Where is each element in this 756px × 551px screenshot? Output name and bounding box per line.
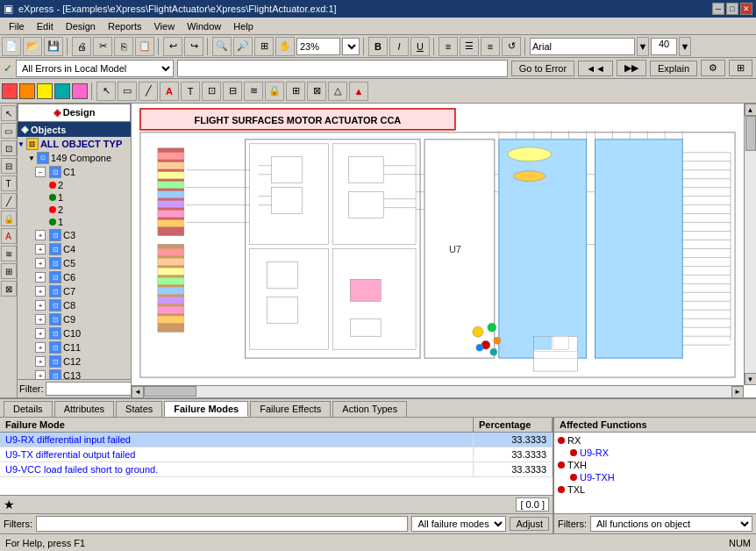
scroll-up-button[interactable]: ▲ xyxy=(745,104,757,116)
color-orange[interactable] xyxy=(19,83,35,99)
scroll-track-h[interactable] xyxy=(144,386,731,398)
scroll-track-v[interactable] xyxy=(745,116,757,373)
align-left-button[interactable]: ≡ xyxy=(439,37,458,56)
tree-c8[interactable]: +⊡C8 xyxy=(18,298,131,312)
copy-button[interactable]: ⎘ xyxy=(114,37,133,56)
affected-u9txh[interactable]: U9-TXH xyxy=(556,471,754,483)
tab-failure-modes[interactable]: Failure Modes xyxy=(164,401,248,417)
star-button[interactable]: ★ xyxy=(4,497,15,512)
error-message-input[interactable] xyxy=(177,60,508,77)
tree-c7[interactable]: +⊡C7 xyxy=(18,284,131,298)
menu-help[interactable]: Help xyxy=(228,19,259,33)
prev-error-button[interactable]: ◄◄ xyxy=(578,61,613,76)
vertical-scrollbar[interactable]: ▲ ▼ xyxy=(744,104,756,385)
tree-c6[interactable]: +⊡C6 xyxy=(18,270,131,284)
next-error-button[interactable]: ▶▶ xyxy=(617,60,646,76)
affected-u9rx[interactable]: U9-RX xyxy=(556,447,754,459)
sidebar-icon-9[interactable]: ≋ xyxy=(1,246,17,261)
menu-reports[interactable]: Reports xyxy=(103,19,147,33)
tab-failure-effects[interactable]: Failure Effects xyxy=(250,401,331,417)
menu-view[interactable]: View xyxy=(148,19,180,33)
rotate-button[interactable]: ↺ xyxy=(502,37,521,56)
table-row-0[interactable]: U9-RX differential input failed 33.3333 xyxy=(0,433,553,447)
affected-rx[interactable]: RX xyxy=(556,434,754,447)
tab-action-types[interactable]: Action Types xyxy=(332,401,407,417)
open-button[interactable]: 📂 xyxy=(23,37,42,56)
scroll-thumb-h[interactable] xyxy=(144,386,196,397)
color-pink[interactable] xyxy=(72,83,88,99)
tree-c4[interactable]: +⊡C4 xyxy=(18,242,131,256)
zoom-in-button[interactable]: 🔍 xyxy=(212,37,232,56)
tool-lock[interactable]: 🔒 xyxy=(265,82,284,101)
sidebar-icon-6[interactable]: ╱ xyxy=(1,193,17,209)
failure-filter-dropdown[interactable]: All failure modes xyxy=(411,516,506,532)
tool-wire[interactable]: ⊟ xyxy=(223,82,242,101)
color-red[interactable] xyxy=(2,83,18,99)
save-button[interactable]: 💾 xyxy=(44,37,63,56)
horizontal-scrollbar[interactable]: ◄ ► xyxy=(132,385,744,397)
affected-filter-dropdown[interactable]: All functions on object xyxy=(590,516,752,532)
scroll-down-button[interactable]: ▼ xyxy=(745,373,757,385)
bold-button[interactable]: B xyxy=(368,37,388,56)
font-size-input[interactable]: 40 xyxy=(651,38,677,55)
print-button[interactable]: 🖨 xyxy=(72,37,91,56)
tab-attributes[interactable]: Attributes xyxy=(54,401,114,417)
sidebar-icon-7[interactable]: 🔒 xyxy=(1,211,17,226)
tool-more1[interactable]: ⊠ xyxy=(307,82,326,101)
sidebar-icon-11[interactable]: ⊠ xyxy=(1,281,17,297)
tool-bus[interactable]: ≋ xyxy=(244,82,263,101)
tree-count[interactable]: ▼ ⊡ 149 Compone xyxy=(18,151,131,165)
font-dropdown-button[interactable]: ▼ xyxy=(637,37,649,56)
scroll-left-button[interactable]: ◄ xyxy=(132,386,144,398)
sidebar-icon-3[interactable]: ⊡ xyxy=(1,140,17,156)
font-size-dropdown-button[interactable]: ▼ xyxy=(679,37,691,56)
new-button[interactable]: 📄 xyxy=(2,37,21,56)
table-row-2[interactable]: U9-VCC load failed short to ground. 33.3… xyxy=(0,462,553,477)
tree-c1[interactable]: − ⊡ C1 xyxy=(18,165,131,179)
tree-c10[interactable]: +⊡C10 xyxy=(18,326,131,340)
goto-error-button[interactable]: Go to Error xyxy=(511,61,574,76)
paste-button[interactable]: 📋 xyxy=(135,37,154,56)
menu-design[interactable]: Design xyxy=(61,19,101,33)
zoom-fit-button[interactable]: ⊞ xyxy=(254,37,274,56)
tree-c1-sub1[interactable]: 2 xyxy=(18,179,131,191)
scroll-right-button[interactable]: ► xyxy=(731,386,744,398)
scroll-thumb-v[interactable] xyxy=(745,116,756,151)
tool-select[interactable]: ▭ xyxy=(118,82,137,101)
tab-design[interactable]: ◈ Design xyxy=(18,104,131,121)
tool-line[interactable]: ╱ xyxy=(139,82,158,101)
table-row-1[interactable]: U9-TX differential output failed 33.3333 xyxy=(0,447,553,462)
tree-c1-sub2[interactable]: 1 xyxy=(18,191,131,204)
affected-txl[interactable]: TXL xyxy=(556,483,754,496)
adjust-button[interactable]: Adjust xyxy=(510,517,549,531)
tool-more2[interactable]: △ xyxy=(328,82,347,101)
explain-button[interactable]: Explain xyxy=(650,61,697,76)
grid-button[interactable]: ⊞ xyxy=(729,60,752,76)
tree-c1-sub3[interactable]: 2 xyxy=(18,204,131,216)
menu-file[interactable]: File xyxy=(4,19,30,33)
maximize-button[interactable]: □ xyxy=(726,3,738,15)
tree-c12[interactable]: +⊡C12 xyxy=(18,354,131,369)
menu-edit[interactable]: Edit xyxy=(32,19,59,33)
sidebar-icon-5[interactable]: T xyxy=(1,175,17,191)
undo-button[interactable]: ↩ xyxy=(163,37,182,56)
settings-button[interactable]: ⚙ xyxy=(701,60,725,76)
tab-details[interactable]: Details xyxy=(4,401,53,417)
tree-c5[interactable]: +⊡C5 xyxy=(18,256,131,270)
font-selector[interactable]: Arial xyxy=(530,38,635,55)
sidebar-icon-2[interactable]: ▭ xyxy=(1,123,17,139)
cut-button[interactable]: ✂ xyxy=(93,37,112,56)
color-yellow[interactable] xyxy=(37,83,53,99)
align-center-button[interactable]: ☰ xyxy=(460,37,479,56)
tree-c11[interactable]: +⊡C11 xyxy=(18,340,131,354)
tool-component[interactable]: ⊡ xyxy=(202,82,221,101)
tool-grid[interactable]: ⊞ xyxy=(286,82,305,101)
error-type-dropdown[interactable]: All Errors in Local Model xyxy=(16,60,174,77)
tree-c13[interactable]: +⊡C13 xyxy=(18,369,131,379)
tool-text[interactable]: A xyxy=(160,82,179,101)
tool-more3[interactable]: ▲ xyxy=(349,82,368,101)
menu-window[interactable]: Window xyxy=(182,19,226,33)
minimize-button[interactable]: ─ xyxy=(712,3,724,15)
hand-button[interactable]: ✋ xyxy=(275,37,295,56)
tree-root[interactable]: ▼ ⊡ ALL OBJECT TYP xyxy=(18,137,131,151)
